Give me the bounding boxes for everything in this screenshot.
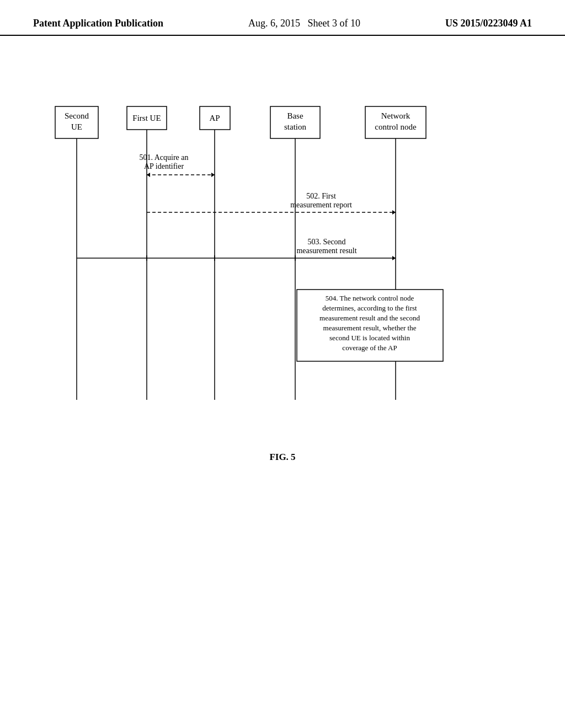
svg-marker-22: [211, 173, 215, 177]
svg-text:UE: UE: [71, 122, 82, 131]
svg-text:station: station: [284, 122, 306, 131]
svg-text:coverage of the AP: coverage of the AP: [342, 344, 397, 352]
svg-text:501. Acquire an: 501. Acquire an: [139, 153, 188, 162]
svg-text:measurement result and the sec: measurement result and the second: [319, 314, 420, 322]
svg-text:504. The network control node: 504. The network control node: [326, 294, 414, 302]
svg-text:control node: control node: [375, 122, 417, 131]
svg-text:502. First: 502. First: [306, 192, 336, 200]
svg-text:Network: Network: [381, 111, 411, 120]
page-header: Patent Application Publication Aug. 6, 2…: [0, 0, 565, 36]
svg-text:second UE is located within: second UE is located within: [329, 334, 410, 342]
sequence-diagram: Second UE First UE AP Base station Netwo…: [45, 102, 520, 463]
svg-text:AP: AP: [209, 114, 220, 122]
diagram-svg: Second UE First UE AP Base station Netwo…: [45, 102, 520, 444]
svg-text:First UE: First UE: [132, 114, 161, 122]
svg-text:measurement result, whether th: measurement result, whether the: [323, 324, 417, 332]
main-content: Second UE First UE AP Base station Netwo…: [0, 36, 565, 485]
svg-marker-30: [392, 256, 396, 260]
publication-title: Patent Application Publication: [33, 18, 163, 29]
svg-text:measurement result: measurement result: [296, 247, 356, 255]
svg-text:Second: Second: [65, 111, 89, 120]
svg-text:determines, according to the f: determines, according to the first: [322, 304, 417, 312]
svg-text:Base: Base: [287, 111, 303, 120]
svg-marker-21: [147, 173, 150, 177]
svg-text:503. Second: 503. Second: [307, 238, 345, 246]
header-date-sheet: Aug. 6, 2015 Sheet 3 of 10: [248, 18, 360, 29]
figure-caption: FIG. 5: [269, 452, 295, 462]
svg-marker-26: [392, 210, 396, 215]
svg-text:measurement report: measurement report: [290, 201, 352, 209]
patent-number: US 2015/0223049 A1: [445, 18, 532, 29]
svg-text:AP identifier: AP identifier: [144, 162, 184, 170]
